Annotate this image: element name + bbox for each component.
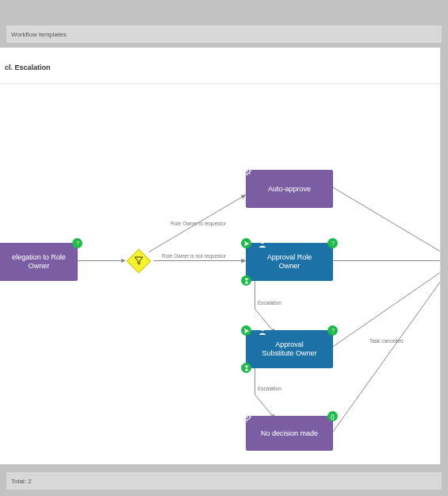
svg-text:?: ?	[331, 328, 335, 333]
send-icon	[241, 238, 251, 248]
svg-text:?: ?	[331, 240, 335, 246]
braces-icon: {}	[327, 411, 338, 421]
header-bar: Workflow templates	[6, 25, 442, 43]
footer-total: Total: 2	[11, 478, 32, 485]
node-label: No decision made	[261, 429, 318, 438]
question-icon: ?	[72, 238, 82, 248]
svg-line-6	[332, 273, 440, 348]
svg-line-14	[243, 167, 244, 168]
gear-icon	[242, 166, 252, 176]
person-icon	[257, 325, 267, 336]
svg-point-9	[246, 170, 247, 171]
svg-line-16	[243, 173, 244, 174]
question-icon: ?	[327, 325, 338, 336]
node-label: ApprovalSubstitute Owner	[262, 340, 316, 358]
person-icon	[257, 238, 267, 248]
node-approval-substitute-owner[interactable]: ApprovalSubstitute Owner ?	[246, 330, 333, 368]
svg-point-20	[261, 328, 264, 331]
gear-icon	[242, 412, 252, 422]
edge-label-escalation-1: Escalation	[258, 300, 281, 306]
node-auto-approve[interactable]: Auto-approve	[246, 170, 333, 208]
hourglass-icon	[241, 363, 251, 373]
edge-label-task-cancelled: Task cancelled	[370, 338, 404, 344]
svg-line-17	[249, 167, 250, 168]
filter-icon	[134, 254, 144, 268]
node-delegation-role-owner[interactable]: elegation to RoleOwner ?	[0, 243, 78, 281]
question-icon: ?	[327, 238, 338, 248]
header-title: Workflow templates	[11, 31, 67, 38]
node-approval-role-owner[interactable]: Approval RoleOwner ?	[246, 243, 333, 281]
svg-line-15	[249, 173, 250, 174]
svg-text:?: ?	[76, 240, 79, 246]
node-label: Approval RoleOwner	[267, 253, 312, 271]
svg-point-18	[261, 240, 264, 244]
svg-line-5	[332, 282, 440, 433]
panel-title: cl. Escalation	[5, 63, 51, 71]
node-label: Auto-approve	[268, 185, 311, 194]
footer-bar: Total: 2	[6, 472, 442, 490]
svg-line-4	[332, 187, 440, 252]
edge-label-is-not-requestor: Role Owner is not requestor	[162, 253, 226, 259]
send-icon	[241, 325, 251, 336]
svg-text:{}: {}	[331, 413, 335, 420]
edge-label-escalation-2: Escalation	[258, 386, 281, 391]
edge-label-is-requestor: Role Owner is requestor	[170, 221, 226, 226]
hourglass-icon	[241, 275, 251, 286]
app-window: Workflow templates cl. Escalation	[0, 0, 448, 496]
workflow-panel: cl. Escalation	[0, 48, 441, 464]
svg-point-23	[246, 416, 247, 417]
workflow-canvas[interactable]: elegation to RoleOwner ? Auto-approve	[0, 83, 440, 464]
node-no-decision-made[interactable]: No decision made {}	[246, 416, 333, 451]
gateway-filter[interactable]	[126, 248, 151, 273]
node-label: elegation to RoleOwner	[12, 253, 66, 271]
